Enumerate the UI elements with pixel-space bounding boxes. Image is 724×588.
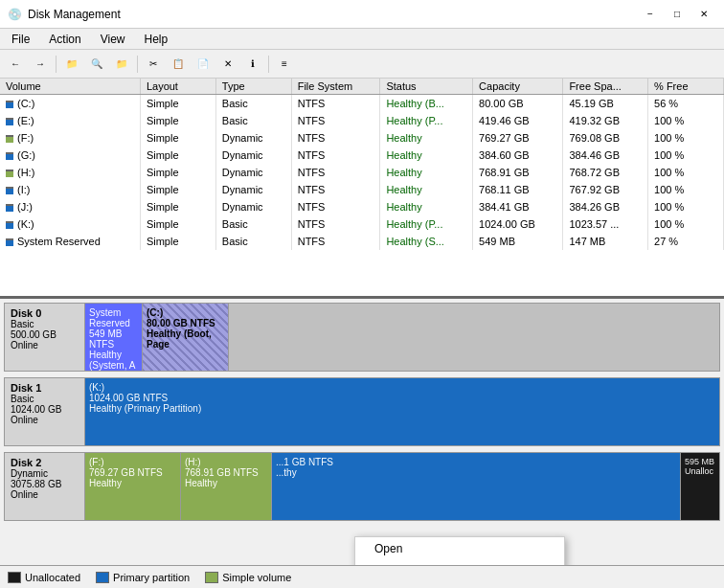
partition-f-drive[interactable]: (F:) 769.27 GB NTFS Healthy — [85, 453, 181, 520]
menu-file[interactable]: File — [4, 31, 37, 47]
table-row[interactable]: (K:) Simple Basic NTFS Healthy (P... 102… — [0, 215, 724, 233]
menu-view[interactable]: View — [93, 31, 133, 47]
up-button[interactable]: 📁 — [60, 54, 83, 75]
table-row[interactable]: (J:) Simple Dynamic NTFS Healthy 384.41 … — [0, 198, 724, 215]
partition-empty-0 — [229, 304, 719, 371]
col-volume[interactable]: Volume — [0, 79, 140, 95]
move-button[interactable]: ✂ — [142, 54, 165, 75]
disk-0-label: Disk 0 Basic 500.00 GB Online — [4, 303, 85, 372]
volume-table-container[interactable]: Volume Layout Type File System Status Ca… — [0, 79, 724, 299]
properties-button[interactable]: ℹ — [241, 54, 264, 75]
col-status[interactable]: Status — [380, 79, 473, 95]
disk-row-1: Disk 1 Basic 1024.00 GB Online (K:) 1024… — [4, 377, 720, 446]
col-capacity[interactable]: Capacity — [473, 79, 563, 95]
paste-button[interactable]: 📄 — [192, 54, 215, 75]
disk-2-status: Online — [11, 489, 79, 500]
disk-2-name: Disk 2 — [11, 457, 79, 468]
disk-0-type: Basic — [11, 319, 79, 329]
table-row[interactable]: (H:) Simple Dynamic NTFS Healthy 768.91 … — [0, 164, 724, 181]
partition-k-drive[interactable]: (K:) 1024.00 GB NTFS Healthy (Primary Pa… — [85, 378, 719, 445]
legend-unallocated: Unallocated — [8, 572, 80, 583]
view-button[interactable]: ≡ — [273, 54, 296, 75]
main-content: Volume Layout Type File System Status Ca… — [0, 79, 724, 588]
volume-table: Volume Layout Type File System Status Ca… — [0, 79, 724, 250]
legend-simple: Simple volume — [205, 572, 291, 583]
back-button[interactable]: ← — [4, 54, 27, 75]
disk-1-size: 1024.00 GB — [11, 404, 79, 415]
disk-0-name: Disk 0 — [11, 307, 79, 319]
partition-g-drive[interactable]: ...1 GB NTFS ...thy — [272, 453, 681, 520]
context-menu: Open Explore Mark Partition as Active Ch… — [354, 536, 565, 565]
search-button[interactable]: 🔍 — [85, 54, 108, 75]
copy-button[interactable]: 📋 — [167, 54, 190, 75]
disk-2-size: 3075.88 GB — [11, 479, 79, 489]
col-fs[interactable]: File System — [291, 79, 380, 95]
partition-system-reserved[interactable]: System Reserved 549 MB NTFS Healthy (Sys… — [85, 304, 143, 371]
title-bar: 💿 Disk Management − □ ✕ — [0, 0, 724, 29]
col-pct[interactable]: % Free — [648, 79, 724, 95]
disk-1-name: Disk 1 — [11, 382, 79, 394]
disk-map-area: Disk 0 Basic 500.00 GB Online System Res… — [0, 299, 724, 565]
disk-1-partitions: (K:) 1024.00 GB NTFS Healthy (Primary Pa… — [85, 377, 720, 446]
disk-1-label: Disk 1 Basic 1024.00 GB Online — [4, 377, 85, 446]
partition-unallocated: 595 MB Unalloc — [681, 453, 719, 520]
toolbar-separator-3 — [268, 56, 269, 73]
legend-primary-label: Primary partition — [113, 572, 190, 583]
menu-help[interactable]: Help — [137, 31, 176, 47]
partition-h-drive[interactable]: (H:) 768.91 GB NTFS Healthy — [181, 453, 272, 520]
table-row[interactable]: (E:) Simple Basic NTFS Healthy (P... 419… — [0, 112, 724, 129]
table-row[interactable]: (C:) Simple Basic NTFS Healthy (B... 80.… — [0, 95, 724, 112]
menu-action[interactable]: Action — [41, 31, 88, 47]
legend-primary: Primary partition — [96, 572, 190, 583]
legend-unallocated-label: Unallocated — [25, 572, 80, 583]
table-row[interactable]: (G:) Simple Dynamic NTFS Healthy 384.60 … — [0, 147, 724, 164]
ctx-explore[interactable]: Explore — [355, 560, 564, 565]
forward-button[interactable]: → — [29, 54, 52, 75]
toolbar-separator-1 — [56, 56, 57, 73]
legend: Unallocated Primary partition Simple vol… — [0, 565, 724, 588]
legend-unallocated-box — [8, 572, 21, 583]
table-row[interactable]: (F:) Simple Dynamic NTFS Healthy 769.27 … — [0, 129, 724, 147]
disk-2-partitions: (F:) 769.27 GB NTFS Healthy (H:) 768.91 … — [85, 452, 720, 521]
disk-row-2: Disk 2 Dynamic 3075.88 GB Online (F:) 76… — [4, 452, 720, 521]
menu-bar: File Action View Help — [0, 29, 724, 50]
disk-1-type: Basic — [11, 394, 79, 404]
col-type[interactable]: Type — [215, 79, 291, 95]
partition-c-drive[interactable]: (C:) 80.00 GB NTFS Healthy (Boot, Page — [143, 304, 229, 371]
legend-simple-box — [205, 572, 218, 583]
close-button[interactable]: ✕ — [691, 5, 716, 24]
app-icon: 💿 — [8, 8, 22, 21]
disk-2-type: Dynamic — [11, 468, 79, 479]
maximize-button[interactable]: □ — [665, 5, 690, 24]
folders-button[interactable]: 📁 — [110, 54, 133, 75]
disk-0-status: Online — [11, 340, 79, 351]
table-row[interactable]: System Reserved Simple Basic NTFS Health… — [0, 233, 724, 250]
toolbar: ← → 📁 🔍 📁 ✂ 📋 📄 ✕ ℹ ≡ — [0, 50, 724, 79]
table-row[interactable]: (I:) Simple Dynamic NTFS Healthy 768.11 … — [0, 181, 724, 198]
window-title: Disk Management — [28, 8, 121, 21]
disk-0-size: 500.00 GB — [11, 329, 79, 340]
legend-simple-label: Simple volume — [222, 572, 291, 583]
disk-0-partitions: System Reserved 549 MB NTFS Healthy (Sys… — [85, 303, 720, 372]
disk-1-status: Online — [11, 415, 79, 425]
disk-row-0: Disk 0 Basic 500.00 GB Online System Res… — [4, 303, 720, 372]
ctx-open[interactable]: Open — [355, 537, 564, 560]
toolbar-separator-2 — [137, 56, 138, 73]
minimize-button[interactable]: − — [638, 5, 663, 24]
window-controls: − □ ✕ — [638, 5, 716, 24]
delete-button[interactable]: ✕ — [216, 54, 239, 75]
disk-2-label: Disk 2 Dynamic 3075.88 GB Online — [4, 452, 85, 521]
col-free[interactable]: Free Spa... — [563, 79, 648, 95]
col-layout[interactable]: Layout — [140, 79, 215, 95]
legend-primary-box — [96, 572, 109, 583]
